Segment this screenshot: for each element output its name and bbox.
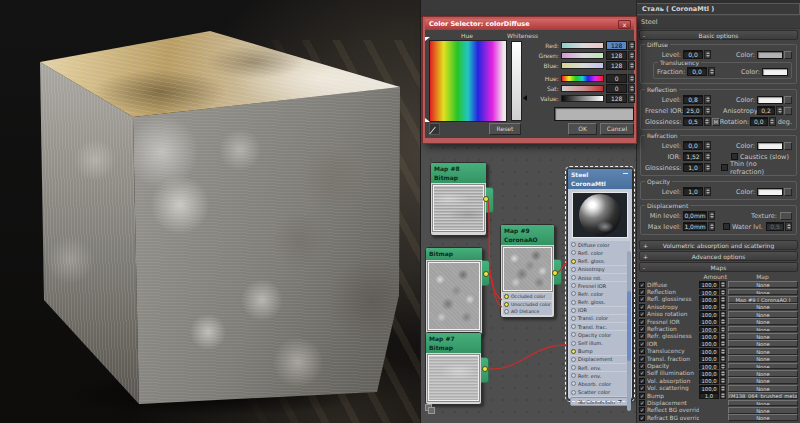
rotation-field[interactable]: 0,0 bbox=[750, 117, 768, 126]
channel-value-field[interactable]: 128 bbox=[606, 41, 627, 50]
map-slot-button[interactable]: None bbox=[728, 370, 798, 377]
reflection-level-field[interactable]: 0,8 bbox=[683, 95, 703, 104]
spinner-down-icon[interactable] bbox=[721, 352, 725, 354]
spinner-down-icon[interactable] bbox=[630, 66, 634, 68]
refraction-color-map-button[interactable] bbox=[784, 142, 792, 150]
node-map7-output-socket[interactable] bbox=[482, 366, 488, 372]
input-socket[interactable] bbox=[504, 309, 509, 314]
steel-slot-opacity-color[interactable]: Opacity color bbox=[570, 331, 630, 339]
rollout-volumetric[interactable]: + Volumetric absorption and scattering bbox=[639, 240, 798, 250]
diffuse-level-spinner[interactable] bbox=[704, 50, 711, 59]
input-socket[interactable] bbox=[571, 324, 576, 329]
map-amount-field[interactable]: 100,0 bbox=[699, 326, 719, 333]
steel-slot-displacement[interactable]: Displacement bbox=[570, 356, 630, 364]
refraction-level-spinner[interactable] bbox=[704, 141, 711, 150]
rollout-basic-options[interactable]: - Basic options bbox=[639, 30, 798, 40]
map-amount-spinner[interactable] bbox=[720, 289, 726, 296]
node-map8-output-socket[interactable] bbox=[483, 196, 489, 202]
node-map9-preview[interactable] bbox=[503, 247, 552, 291]
input-socket[interactable] bbox=[571, 390, 576, 395]
map-amount-spinner[interactable] bbox=[720, 348, 726, 355]
water-level-field[interactable]: 0,5 bbox=[766, 222, 784, 231]
anisotropy-spinner[interactable] bbox=[776, 106, 783, 115]
node-map8-bitmap[interactable]: Map #8 Bitmap bbox=[430, 162, 487, 236]
spinner-down-icon[interactable] bbox=[721, 315, 725, 317]
map-amount-field[interactable]: 100,0 bbox=[699, 355, 719, 362]
material-name-field[interactable]: Steel bbox=[637, 16, 800, 29]
anisotropy-field[interactable]: 0,2 bbox=[757, 106, 775, 115]
spinner-up-icon[interactable] bbox=[721, 341, 725, 343]
displacement-min-field[interactable]: 0,0mm bbox=[683, 211, 707, 220]
spinner-up-icon[interactable] bbox=[721, 319, 725, 321]
channel-value-field[interactable]: 128 bbox=[606, 94, 627, 103]
map-amount-field[interactable]: 100,0 bbox=[699, 318, 719, 325]
spinner-up-icon[interactable] bbox=[630, 96, 634, 98]
input-socket[interactable] bbox=[571, 316, 576, 321]
map-slot-button[interactable]: None bbox=[728, 326, 798, 333]
map-enable-checkbox[interactable] bbox=[639, 407, 645, 413]
map-slot-button[interactable]: None bbox=[728, 355, 798, 362]
spinner-down-icon[interactable] bbox=[721, 330, 725, 332]
map-amount-spinner[interactable] bbox=[720, 326, 726, 333]
diffuse-color-map-button[interactable] bbox=[784, 51, 792, 59]
map-enable-checkbox[interactable] bbox=[639, 289, 645, 295]
steel-connection-dropdown[interactable]: No Connection bbox=[570, 397, 630, 406]
steel-slot-refl-color[interactable]: Refl. color bbox=[570, 249, 630, 257]
node-bitmap2-header[interactable]: Bitmap bbox=[426, 248, 482, 260]
dialog-title[interactable]: Color Selector: colorDiffuse bbox=[425, 19, 634, 30]
rollout-collapse-icon[interactable]: - bbox=[643, 263, 645, 272]
steel-slot-fresnel-ior[interactable]: Fresnel IOR bbox=[570, 282, 630, 290]
steel-slot-diffuse-color[interactable]: Diffuse color bbox=[570, 241, 630, 249]
map-amount-field[interactable]: 100,0 bbox=[699, 370, 719, 377]
cancel-button[interactable]: Cancel bbox=[600, 123, 634, 135]
color-selector-dialog[interactable]: Color Selector: colorDiffuse x Hue White… bbox=[423, 17, 636, 143]
reflection-color-swatch[interactable] bbox=[757, 96, 783, 104]
steel-slot-transl-frac-[interactable]: Transl. frac. bbox=[570, 323, 630, 331]
map-enable-checkbox[interactable] bbox=[639, 304, 645, 310]
map-enable-checkbox[interactable] bbox=[639, 385, 645, 391]
rotation-spinner[interactable] bbox=[769, 117, 776, 126]
map-slot-button[interactable]: None bbox=[728, 303, 798, 310]
node-map9-header[interactable]: Map #9 CoronaAO bbox=[501, 225, 554, 245]
spinner-up-icon[interactable] bbox=[721, 290, 725, 292]
steel-slot-ior[interactable]: IOR bbox=[570, 307, 630, 315]
reset-button[interactable]: Reset bbox=[489, 123, 521, 135]
spinner-down-icon[interactable] bbox=[721, 293, 725, 295]
spinner-up-icon[interactable] bbox=[630, 43, 634, 45]
map-enable-checkbox[interactable] bbox=[639, 348, 645, 354]
map-amount-field[interactable]: 100,0 bbox=[699, 385, 719, 392]
spinner-up-icon[interactable] bbox=[630, 53, 634, 55]
rollout-expand-icon[interactable]: + bbox=[643, 252, 648, 261]
diffuse-level-field[interactable]: 0,0 bbox=[683, 50, 703, 59]
map-amount-field[interactable]: 100,0 bbox=[699, 303, 719, 310]
spinner-up-icon[interactable] bbox=[721, 378, 725, 380]
map-enable-checkbox[interactable] bbox=[639, 341, 645, 347]
spinner-down-icon[interactable] bbox=[721, 381, 725, 383]
reflection-level-spinner[interactable] bbox=[704, 95, 711, 104]
map-amount-spinner[interactable] bbox=[720, 340, 726, 347]
node-map8-preview[interactable] bbox=[433, 185, 484, 231]
map-enable-checkbox[interactable] bbox=[639, 378, 645, 384]
map-amount-spinner[interactable] bbox=[720, 311, 726, 318]
node-scrollbar[interactable] bbox=[627, 251, 631, 411]
map-slot-button[interactable]: None bbox=[728, 385, 798, 392]
map-slot-button[interactable]: None bbox=[728, 400, 798, 407]
map-enable-checkbox[interactable] bbox=[639, 370, 645, 376]
map-amount-spinner[interactable] bbox=[720, 392, 726, 399]
spinner-down-icon[interactable] bbox=[721, 374, 725, 376]
map-amount-field[interactable]: 100,0 bbox=[699, 377, 719, 384]
spinner-down-icon[interactable] bbox=[721, 359, 725, 361]
node-steel-header[interactable]: Steel CoronaMtl bbox=[568, 169, 632, 189]
rollout-collapse-icon[interactable]: - bbox=[643, 31, 645, 40]
input-socket[interactable] bbox=[571, 259, 576, 264]
map-amount-spinner[interactable] bbox=[720, 385, 726, 392]
input-socket[interactable] bbox=[571, 291, 576, 296]
spinner-down-icon[interactable] bbox=[630, 56, 634, 58]
map-enable-checkbox[interactable] bbox=[639, 356, 645, 362]
collapse-node-icon[interactable] bbox=[623, 173, 628, 174]
refraction-level-field[interactable]: 0,0 bbox=[683, 141, 703, 150]
channel-gradient-bar[interactable] bbox=[561, 95, 605, 102]
whiteness-strip[interactable] bbox=[511, 41, 522, 121]
map-enable-checkbox[interactable] bbox=[639, 400, 645, 406]
glossiness-spinner[interactable] bbox=[704, 117, 711, 126]
